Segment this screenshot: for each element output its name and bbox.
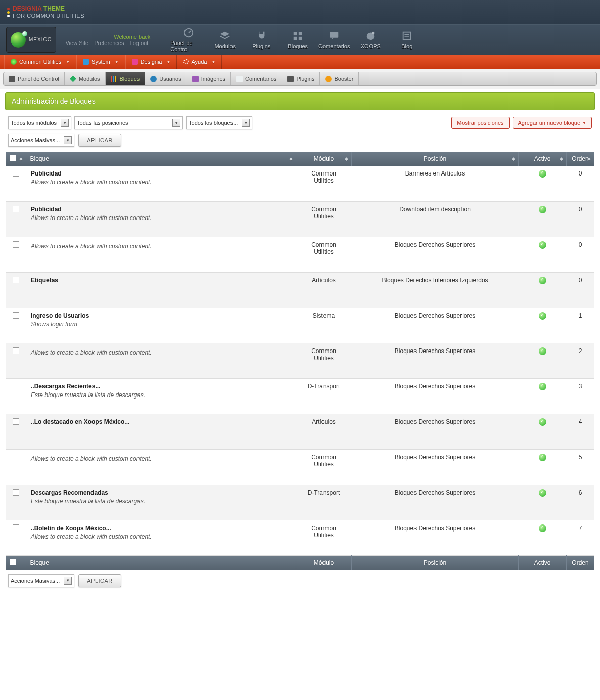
- apply-button[interactable]: APLICAR: [78, 134, 121, 147]
- select-all-checkbox[interactable]: [10, 155, 16, 161]
- chevron-down-icon: ▼: [64, 577, 72, 585]
- bulk-actions-select[interactable]: Acciones Masivas...▼: [8, 134, 74, 147]
- svg-rect-2: [299, 32, 302, 35]
- nav-comentarios[interactable]: Comentarios: [316, 25, 352, 55]
- bulk-row-bottom: Acciones Masivas...▼ APLICAR: [0, 570, 600, 595]
- block-position: Bloques Derechos Superiores: [352, 308, 519, 343]
- bulk-actions-select-bottom[interactable]: Acciones Masivas...▼: [8, 574, 74, 587]
- block-module: Common Utilities: [296, 201, 352, 237]
- svg-point-7: [372, 32, 375, 35]
- link-preferences[interactable]: Preferences: [94, 40, 124, 46]
- chevron-down-icon: ▼: [582, 121, 586, 125]
- circle-icon: [11, 59, 17, 65]
- subtab-usuarios[interactable]: Usuarios: [145, 72, 187, 85]
- link-logout[interactable]: Log out: [130, 40, 149, 46]
- svg-rect-4: [299, 37, 302, 40]
- col-posicion[interactable]: Posición◆: [352, 152, 519, 166]
- block-order: 4: [567, 414, 594, 449]
- welcome-msg: Welcome back: [63, 34, 150, 40]
- block-order: 5: [567, 449, 594, 485]
- chevron-down-icon: ▼: [172, 119, 180, 127]
- check-icon: [539, 170, 546, 178]
- nav-panel-control[interactable]: Panel de Control: [170, 25, 207, 55]
- block-module: Common Utilities: [296, 237, 352, 272]
- block-order: 0: [567, 166, 594, 201]
- row-checkbox[interactable]: [13, 241, 19, 248]
- block-position: Bloques Derechos Superiores: [352, 414, 519, 449]
- nav-plugins[interactable]: Plugins: [243, 25, 280, 55]
- col-activo[interactable]: Activo◆: [519, 152, 567, 166]
- subtab-imagenes[interactable]: Imágenes: [187, 72, 231, 85]
- brand-text: DESIGNIA THEME FOR COMMON UTILITIES: [13, 5, 84, 19]
- tab-ayuda[interactable]: Ayuda▼: [177, 55, 222, 69]
- row-checkbox[interactable]: [13, 454, 19, 460]
- block-position: Bloques Derechos Inferiores Izquierdos: [352, 272, 519, 308]
- add-block-button[interactable]: Agregar un nuevo bloque▼: [513, 117, 592, 129]
- svg-rect-5: [330, 32, 339, 38]
- block-module: Artículos: [296, 414, 352, 449]
- tab-system[interactable]: System▼: [76, 55, 125, 69]
- block-module: D-Transport: [296, 485, 352, 520]
- chevron-down-icon: ▼: [61, 119, 69, 127]
- link-view-site[interactable]: View Site: [65, 40, 88, 46]
- row-checkbox[interactable]: [13, 489, 19, 496]
- check-icon: [539, 206, 546, 213]
- block-position: Bloques Derechos Superiores: [352, 485, 519, 520]
- chevron-down-icon: ▼: [242, 119, 250, 127]
- subtab-panel-control[interactable]: Panel de Control: [4, 72, 65, 85]
- block-title: ..Boletín de Xoops México...: [31, 524, 291, 532]
- col-modulo[interactable]: Módulo◆: [296, 152, 352, 166]
- main-nav: MEXICO Welcome back View Site Preference…: [0, 24, 600, 55]
- nav-xoops[interactable]: XOOPS: [352, 25, 389, 55]
- show-positions-button[interactable]: Mostrar posiciones: [451, 117, 509, 129]
- filter-row: Todos los módulos▼ Todas las posiciones▼…: [0, 113, 600, 132]
- block-module: Common Utilities: [296, 520, 352, 555]
- subtab-bloques[interactable]: Bloques: [106, 72, 146, 85]
- tab-designia[interactable]: Designia▼: [125, 55, 177, 69]
- tab-common-utilities[interactable]: Common Utilities▼: [4, 55, 76, 69]
- col-bloque[interactable]: Bloque◆: [26, 152, 296, 166]
- block-module: Artículos: [296, 272, 352, 308]
- block-desc: Allows to create a block with custom con…: [31, 214, 291, 222]
- filter-blocks[interactable]: Todos los bloques...▼: [186, 116, 252, 129]
- filter-positions[interactable]: Todas las posiciones▼: [74, 116, 183, 129]
- nav-blog[interactable]: Blog: [389, 25, 425, 55]
- block-order: 0: [567, 237, 594, 272]
- row-checkbox[interactable]: [13, 347, 19, 354]
- row-checkbox[interactable]: [13, 524, 19, 531]
- block-desc: Shows login form: [31, 321, 291, 328]
- row-checkbox[interactable]: [13, 312, 19, 319]
- subtab-modulos[interactable]: Modulos: [65, 72, 106, 85]
- subtab-plugins[interactable]: Plugins: [282, 72, 320, 85]
- foot-bloque: Bloque: [26, 555, 296, 570]
- subtab-comentarios[interactable]: Comentarios: [231, 72, 282, 85]
- table-row: PublicidadAllows to create a block with …: [6, 201, 594, 237]
- nav-bloques[interactable]: Bloques: [280, 25, 316, 55]
- page-title: Administración de Bloques: [5, 92, 595, 110]
- site-logo[interactable]: MEXICO: [6, 27, 56, 53]
- col-orden[interactable]: Orden◆: [567, 152, 594, 166]
- row-checkbox[interactable]: [13, 170, 19, 177]
- filter-modules[interactable]: Todos los módulos▼: [8, 116, 71, 129]
- block-position: Download item description: [352, 201, 519, 237]
- apply-button-bottom[interactable]: APLICAR: [78, 574, 121, 587]
- block-module: Common Utilities: [296, 166, 352, 201]
- row-checkbox[interactable]: [13, 206, 19, 212]
- subtab-booster[interactable]: Booster: [320, 72, 359, 85]
- block-title: ..Lo destacado en Xoops México...: [31, 418, 291, 425]
- block-module: Common Utilities: [296, 343, 352, 378]
- block-position: Bloques Derechos Superiores: [352, 449, 519, 485]
- table-row: EtiquetasArtículosBloques Derechos Infer…: [6, 272, 594, 308]
- select-all-checkbox-foot[interactable]: [10, 559, 16, 565]
- row-checkbox[interactable]: [13, 383, 19, 389]
- nav-modulos[interactable]: Modulos: [207, 25, 243, 55]
- welcome-panel: Welcome back View Site Preferences Log o…: [63, 25, 150, 55]
- check-icon: [539, 489, 546, 497]
- foot-orden: Orden: [567, 555, 594, 570]
- row-checkbox[interactable]: [13, 418, 19, 425]
- block-order: 2: [567, 343, 594, 378]
- table-row: Allows to create a block with custom con…: [6, 237, 594, 272]
- block-module: Common Utilities: [296, 449, 352, 485]
- block-position: Bloques Derechos Superiores: [352, 237, 519, 272]
- row-checkbox[interactable]: [13, 277, 19, 283]
